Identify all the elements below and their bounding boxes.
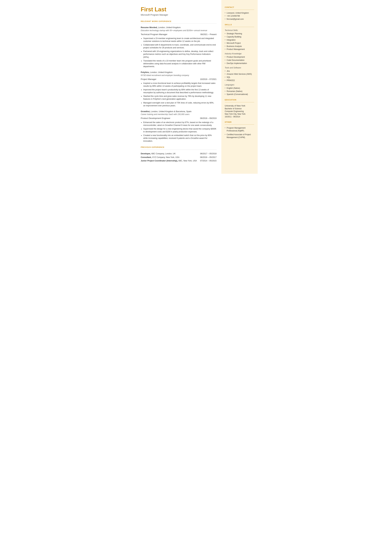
right-column: CONTACT Liverpool, United Kingdom +44 12…	[221, 0, 258, 174]
education-block: University of New York Bachelor of Scien…	[225, 104, 254, 118]
other-heading: OTHER	[225, 121, 254, 124]
prev-role-2: Consultant, XYZ Company, New York, USA	[141, 155, 198, 159]
employer-desc-3: Career training and membership SaaS with…	[141, 113, 217, 116]
job-block-3: Growthsi, London, United Kingdom & Barce…	[141, 110, 217, 143]
contact-item-location: Liverpool, United Kingdom	[225, 12, 254, 14]
skill-item: Amazon Web Services (AWS)	[225, 73, 254, 76]
edu-school: University of New York	[225, 104, 254, 107]
job-bullets-1: Supervised a 15-member engineering team …	[141, 37, 217, 68]
employer-desc-1: Education technology startup with 50+ em…	[141, 29, 217, 32]
bullet-item: Slashed the cycle time and grew sales re…	[141, 95, 217, 100]
bullet-item: Translated the needs of a 10-member team…	[141, 59, 217, 68]
bullet-item: Collaborated with 8 departments to track…	[141, 43, 217, 49]
education-heading: EDUCATION	[225, 98, 254, 101]
prev-role-rest-1: ABC Company, London, UK	[151, 153, 176, 155]
bullet-item: Improved the project team's productivity…	[141, 88, 217, 94]
skill-item: Jira	[225, 70, 254, 72]
skills-heading: SKILLS	[225, 23, 254, 26]
left-column: First Last Microsoft Program Manager REL…	[134, 0, 221, 174]
skills-languages-list: English (Native) Romanian (Native) Spani…	[225, 87, 254, 96]
skills-industry-label: Industry Knowledge:	[225, 52, 254, 55]
skill-item: Capacity Building	[225, 35, 254, 38]
job-dates-2: 10/2019 – 07/2021	[200, 78, 217, 81]
employer-location-2: London, United Kingdom	[149, 71, 173, 73]
bullet-item: Created a new functionality into an embe…	[141, 134, 217, 142]
bullet-item: Inspired a cross-functional team to achi…	[141, 82, 217, 87]
skill-item: Romanian (Native)	[225, 90, 254, 93]
employer-name-3: Growthsi,	[141, 110, 150, 112]
skill-item: Integration	[225, 39, 254, 41]
previous-exp-heading: PREVIOUS EXPERIENCE	[141, 146, 217, 149]
skills-industry-list: Product Development Code Documentation D…	[225, 56, 254, 65]
prev-dates-1: 06/2017 – 05/2018	[198, 152, 217, 155]
job-title-1: Technical Program Manager	[141, 33, 168, 36]
employer-name-2: Polyhire,	[141, 71, 149, 73]
bullet-item: Partnered with 18 engineering organizati…	[141, 50, 217, 58]
other-item-2: Certified Associate of Project Managemen…	[225, 133, 254, 139]
employer-location-3: London, United Kingdom & Barcelona, Spai…	[150, 110, 191, 112]
employer-desc-2: NYSE-listed recruitment and employer bra…	[141, 74, 217, 77]
prev-exp-row-3: Junior Project Coordinator (Internship),…	[141, 159, 217, 163]
prev-role-bold-3: Junior Project Coordinator (Internship),	[141, 160, 178, 162]
skills-technical-list: Strategic Planning Capacity Building Int…	[225, 32, 254, 51]
skill-item: SQL	[225, 76, 254, 79]
skill-item: DevOps Implementation	[225, 62, 254, 65]
job-bullets-2: Inspired a cross-functional team to achi…	[141, 82, 217, 107]
prev-exp-row-1: Developer, ABC Company, London, UK 06/20…	[141, 152, 217, 155]
prev-role-rest-2: XYZ Company, New York, USA	[152, 156, 179, 158]
prev-role-rest-3: ABC, New York, USA	[178, 160, 197, 162]
bullet-item: Enhanced the sales of an electronic prod…	[141, 121, 217, 127]
employer-line-1: Resume Worded, London, United Kingdom	[141, 26, 217, 29]
skills-tools-label: Tools and Software:	[225, 66, 254, 69]
edu-dates: 10/2011 - 06/2014	[225, 115, 254, 118]
employer-line-2: Polyhire, London, United Kingdom	[141, 71, 217, 74]
education-divider	[225, 102, 254, 102]
skill-item: PRINCE2	[225, 79, 254, 82]
job-block-1: Resume Worded, London, United Kingdom Ed…	[141, 26, 217, 68]
skill-item: English (Native)	[225, 87, 254, 90]
skill-item: Product Development	[225, 56, 254, 58]
contact-item-email: first.last@gmail.com	[225, 18, 254, 21]
employer-location-1: London, United Kingdom	[157, 26, 181, 28]
bullet-item: Supervised a 15-member engineering team …	[141, 37, 217, 43]
previous-experience-table: Developer, ABC Company, London, UK 06/20…	[141, 152, 217, 163]
bullet-item: Managed oversight over a test plan of 75…	[141, 101, 217, 107]
job-row-1: Technical Program Manager 08/2021 – Pres…	[141, 33, 217, 36]
edu-field: Computer Engineering	[225, 110, 254, 113]
skill-item: Microsoft Project	[225, 42, 254, 44]
other-item-1: Program Management Professional (PgMP).	[225, 126, 254, 132]
contact-item-phone: +44 123456789	[225, 15, 254, 17]
skill-item: Product Management	[225, 48, 254, 51]
prev-exp-row-2: Consultant, XYZ Company, New York, USA 0…	[141, 155, 217, 159]
job-dates-1: 08/2021 – Present	[200, 33, 217, 36]
job-bullets-3: Enhanced the sales of an electronic prod…	[141, 121, 217, 143]
skill-item: Business Analysis	[225, 45, 254, 48]
prev-role-1: Developer, ABC Company, London, UK	[141, 152, 198, 155]
skill-item: Code Documentation	[225, 59, 254, 62]
contact-list: Liverpool, United Kingdom +44 123456789 …	[225, 12, 254, 21]
resume-page: First Last Microsoft Program Manager REL…	[134, 0, 258, 174]
employer-name-1: Resume Worded,	[141, 26, 158, 28]
prev-dates-2: 06/2016 – 05/2017	[198, 155, 217, 159]
prev-dates-3: 07/2014 – 05/2015	[198, 159, 217, 163]
job-title-2: Project Manager	[141, 78, 156, 81]
job-row-2: Project Manager 10/2019 – 07/2021	[141, 78, 217, 81]
candidate-name: First Last	[141, 6, 217, 13]
skills-divider	[225, 27, 254, 27]
prev-role-3: Junior Project Coordinator (Internship),…	[141, 159, 198, 163]
skills-languages-label: Languages:	[225, 83, 254, 86]
section-divider	[141, 23, 217, 24]
skills-technical-label: Technical Skills:	[225, 29, 254, 32]
job-row-3: Product Development Engineer 06/2018 – 0…	[141, 117, 217, 120]
job-dates-3: 06/2018 – 09/2019	[200, 117, 217, 120]
job-block-2: Polyhire, London, United Kingdom NYSE-li…	[141, 71, 217, 107]
edu-degree: Bachelor of Science	[225, 107, 254, 110]
relevant-work-heading: RELEVANT WORK EXPERIENCE	[141, 20, 217, 23]
employer-line-3: Growthsi, London, United Kingdom & Barce…	[141, 110, 217, 113]
prev-role-bold-1: Developer,	[141, 153, 151, 155]
job-title-3: Product Development Engineer	[141, 117, 170, 120]
edu-location: New York City, New York	[225, 113, 254, 115]
bullet-item: Supervised the design for a new engineer…	[141, 127, 217, 133]
candidate-title: Microsoft Program Manager	[141, 13, 217, 17]
prev-role-bold-2: Consultant,	[141, 156, 152, 158]
